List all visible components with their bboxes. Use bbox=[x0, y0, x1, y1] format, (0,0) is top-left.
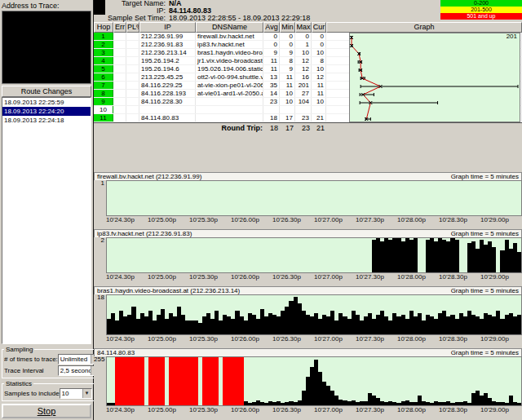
route-change-item[interactable]: 18.09.2013 22:24:18 bbox=[2, 116, 91, 125]
min-cell bbox=[280, 106, 295, 113]
hop-number: 2 bbox=[94, 41, 113, 48]
round-trip-cur: 21 bbox=[312, 123, 326, 133]
time-label: 10'25.30p bbox=[189, 335, 231, 343]
column-header-max[interactable]: Max bbox=[295, 22, 312, 33]
min-cell: 0 bbox=[280, 33, 295, 40]
min-cell: 10 bbox=[280, 90, 295, 97]
time-label: 10'25.30p bbox=[189, 216, 231, 224]
ip-cell: 195.26.194.6 bbox=[139, 65, 196, 73]
min-cell: 11 bbox=[280, 73, 295, 81]
address-to-trace-label: Address to Trace: bbox=[2, 1, 91, 11]
packet-loss-bar bbox=[215, 357, 219, 405]
err-cell bbox=[113, 98, 126, 105]
timeline-body: 255 bbox=[94, 356, 522, 406]
column-header-hop[interactable]: Hop bbox=[94, 22, 113, 33]
avg-cell: 0 bbox=[263, 41, 280, 48]
time-label: 10'27.00p bbox=[314, 406, 356, 414]
column-header-avg[interactable]: Avg bbox=[263, 22, 280, 33]
time-label: 10'27.30p bbox=[356, 273, 397, 281]
packet-loss-bar bbox=[140, 357, 144, 405]
timeline-host-label: firewall.bv.hackt.net (212.236.91.99) bbox=[97, 173, 201, 180]
main-area: Target Name: N/A IP: 84.114.80.83 Sample… bbox=[94, 0, 522, 420]
statistics-title: Statistics bbox=[4, 380, 33, 387]
ip-cell: 84.116.228.193 bbox=[139, 90, 196, 97]
latency-legend: 0-200201-500501 and up bbox=[440, 0, 522, 20]
avg-cell: 9 bbox=[263, 49, 280, 56]
max-cell: 1 bbox=[295, 41, 312, 48]
samples-to-include-select[interactable]: 10 ▼ bbox=[60, 388, 92, 399]
min-cell: 9 bbox=[280, 65, 295, 73]
times-to-trace-row: # of times to trace: Unlimited ▼ bbox=[4, 354, 100, 365]
latency-bar bbox=[517, 403, 521, 405]
legend-band: 501 and up bbox=[440, 13, 522, 20]
hop-number: 3 bbox=[94, 49, 113, 56]
cur-cell: 8 bbox=[312, 57, 326, 64]
dns-cell: jr1.vix.video-broadcast.at bbox=[196, 57, 263, 64]
column-header-graph[interactable]: Graph bbox=[326, 22, 522, 33]
err-cell bbox=[113, 57, 126, 64]
column-header-dns[interactable]: DNSName bbox=[196, 22, 263, 33]
timeline-scale-label: 1 bbox=[94, 180, 106, 216]
hop-number: 5 bbox=[94, 65, 113, 73]
time-label: 10'24.30p bbox=[106, 216, 148, 224]
route-changes-header: Route Changes bbox=[2, 86, 91, 97]
timeline-panel: 84.114.80.83Graph time = 5 minutes25510'… bbox=[94, 348, 522, 414]
time-label: 10'26.00p bbox=[231, 273, 272, 281]
ip-cell: 84.116.229.25 bbox=[139, 82, 196, 89]
column-header-err[interactable]: Err bbox=[113, 22, 126, 33]
column-header-pl[interactable]: PL% bbox=[126, 22, 139, 33]
avg-cell bbox=[263, 106, 280, 113]
avg-cell: 23 bbox=[263, 98, 280, 105]
stop-button[interactable]: Stop bbox=[2, 404, 91, 418]
max-cell: 12 bbox=[295, 57, 312, 64]
spacer bbox=[94, 133, 522, 172]
timeline-header: bras1.haydn.video-broadcast.at (212.236.… bbox=[94, 286, 522, 294]
graph-time-label: Graph time = 5 minutes bbox=[451, 173, 519, 180]
sample-set-time-value: 18.09.2013 22:28:55 - 18.09.2013 22:29:1… bbox=[169, 15, 310, 22]
time-label: 10'25.00p bbox=[148, 273, 189, 281]
hop-number: 9 bbox=[94, 98, 113, 105]
timeline-time-axis: 10'24.30p10'25.00p10'25.30p10'26.00p10'2… bbox=[106, 335, 522, 343]
trace-interval-label: Trace Interval bbox=[4, 367, 58, 374]
column-header-ip[interactable]: IP bbox=[139, 22, 196, 33]
avg-cell: 11 bbox=[263, 57, 280, 64]
cur-cell: 0 bbox=[312, 33, 326, 40]
ip-cell: 84.116.228.30 bbox=[139, 98, 196, 105]
timelines: firewall.bv.hackt.net (212.236.91.99)Gra… bbox=[94, 172, 522, 414]
route-change-item[interactable]: 18.09.2013 22:25:59 bbox=[2, 98, 91, 107]
time-label: 10'26.30p bbox=[272, 406, 314, 414]
timeline-time-axis: 10'24.30p10'25.00p10'25.30p10'26.00p10'2… bbox=[106, 216, 522, 224]
dns-cell bbox=[196, 106, 263, 113]
pl-cell bbox=[126, 41, 139, 48]
hop-number: 1 bbox=[94, 33, 113, 40]
cur-cell: 11 bbox=[312, 82, 326, 89]
time-label: 10'28.00p bbox=[397, 216, 439, 224]
max-cell: 0 bbox=[295, 33, 312, 40]
ip-cell: 212.236.91.99 bbox=[139, 33, 196, 40]
err-cell bbox=[113, 41, 126, 48]
time-label: 10'26.00p bbox=[231, 216, 272, 224]
left-sidebar: Address to Trace: Route Changes 18.09.20… bbox=[0, 0, 94, 420]
time-label: 10'25.30p bbox=[189, 406, 231, 414]
timeline-plot bbox=[106, 294, 522, 335]
hop-number: 4 bbox=[94, 57, 113, 64]
max-cell: 201 bbox=[295, 82, 312, 89]
route-changes-list[interactable]: 18.09.2013 22:25:5918.09.2013 22:24:2018… bbox=[2, 97, 91, 344]
time-label: 10'26.00p bbox=[231, 406, 272, 414]
address-to-trace-box[interactable] bbox=[2, 11, 91, 84]
pl-cell bbox=[126, 73, 139, 81]
route-change-item[interactable]: 18.09.2013 22:24:20 bbox=[2, 107, 91, 116]
dns-cell: at-vie01-ard1-vl-2050.aorta.net bbox=[196, 90, 263, 97]
chevron-down-icon[interactable]: ▼ bbox=[82, 389, 91, 398]
column-header-min[interactable]: Min bbox=[280, 22, 295, 33]
time-label: 10'25.00p bbox=[148, 335, 189, 343]
hop-graph-axis-max: 201 bbox=[507, 33, 517, 40]
max-cell: 10 bbox=[295, 49, 312, 56]
time-label: 10'25.30p bbox=[189, 273, 231, 281]
time-label: 10'27.30p bbox=[356, 406, 397, 414]
sample-set-time-label: Sample Set Time: bbox=[107, 15, 166, 22]
column-header-cur[interactable]: Cur bbox=[312, 22, 326, 33]
min-cell: 0 bbox=[280, 41, 295, 48]
ip-cell: 195.26.194.2 bbox=[139, 57, 196, 64]
avg-cell: 14 bbox=[263, 90, 280, 97]
